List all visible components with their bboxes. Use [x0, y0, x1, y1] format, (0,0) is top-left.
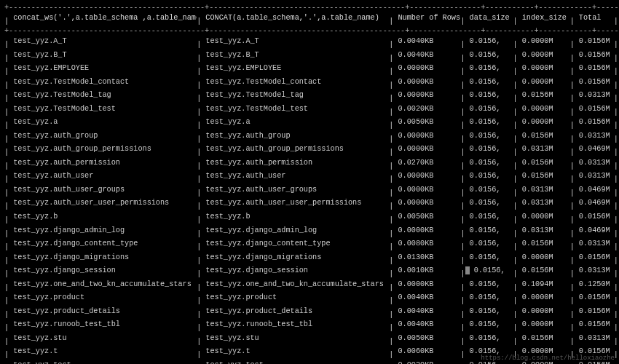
- col-rows: 0.0130KB: [393, 253, 460, 263]
- col-data-size: 0.0156,: [465, 36, 513, 47]
- col-concat-ws: test_yyz.product_details: [9, 306, 197, 317]
- col-data-size: 0.0156,: [465, 280, 513, 290]
- col-index-size: 0.1094M: [518, 280, 570, 290]
- table-row: | test_yyz.auth_group| test_yyz.auth_gro…: [4, 131, 615, 145]
- table-row: | test_yyz.b| test_yyz.b| 0.0050KB| 0.01…: [4, 212, 615, 226]
- col-data-size: 0.0156,: [465, 117, 513, 127]
- col-data-size: 0.0156,: [465, 90, 513, 100]
- column-separator: |: [614, 310, 618, 318]
- col-index-size: 0.0000M: [518, 253, 570, 263]
- col-concat-ws: concat_ws('.',a.table_schema ,a.table_na…: [9, 13, 197, 23]
- col-concat-ws: test_yyz.EMPLOYEE: [9, 63, 197, 74]
- col-data-size: 0.0156,: [465, 185, 513, 195]
- col-index-size: 0.0000M: [518, 63, 570, 74]
- column-separator: |: [614, 54, 618, 62]
- col-data-size: data_size: [465, 13, 513, 23]
- col-concat: test_yyz.B_T: [201, 50, 389, 60]
- column-separator: |: [614, 81, 618, 89]
- col-data-size: 0.0156,: [465, 226, 513, 236]
- col-concat-ws: test_yyz.TestModel_tag: [9, 90, 197, 100]
- column-separator: |: [614, 68, 618, 76]
- table-row: | test_yyz.TestModel_test| test_yyz.Test…: [4, 104, 615, 118]
- column-separator: |: [614, 229, 618, 237]
- col-concat: test_yyz.auth_permission: [201, 158, 389, 168]
- col-rows: 0.0000KB: [393, 226, 460, 236]
- col-index-size: 0.0156M: [518, 131, 570, 141]
- col-rows: 0.0020KB: [393, 360, 460, 364]
- col-concat: test_yyz.auth_group: [201, 131, 389, 141]
- table-row: | test_yyz.TestModel_contact| test_yyz.T…: [4, 77, 615, 91]
- col-concat-ws: test_yyz.django_migrations: [9, 253, 197, 263]
- col-index-size: index_size: [518, 13, 570, 23]
- col-index-size: 0.0313M: [518, 226, 570, 236]
- col-rows: 0.0000KB: [393, 131, 460, 141]
- col-index-size: 0.0000M: [518, 104, 570, 114]
- table-row: | test_yyz.auth_user_groups| test_yyz.au…: [4, 185, 615, 199]
- column-separator: |: [614, 270, 618, 278]
- table-row: | test_yyz.stu| test_yyz.stu| 0.0050KB| …: [4, 333, 615, 347]
- col-rows: 0.0000KB: [393, 144, 460, 154]
- col-index-size: 0.0156M: [518, 333, 570, 344]
- col-concat-ws: test_yyz.runoob_test_tbl: [9, 320, 197, 330]
- col-concat: test_yyz.auth_user_groups: [201, 185, 389, 195]
- col-data-size: 0.0156,: [465, 320, 513, 330]
- col-total: 0.0469M: [575, 198, 614, 208]
- col-data-size: 0.0156,: [465, 212, 513, 222]
- col-concat: test_yyz.EMPLOYEE: [201, 63, 389, 74]
- col-concat: test_yyz.django_session: [201, 266, 389, 276]
- col-total: 0.0469M: [575, 226, 614, 236]
- col-data-size: 0.0156,: [465, 333, 513, 344]
- col-concat-ws: test_yyz.test: [9, 360, 197, 364]
- col-rows: 0.0000KB: [393, 280, 460, 290]
- col-total: 0.0156M: [575, 253, 614, 263]
- column-separator: |: [614, 256, 618, 264]
- col-rows: 0.0000KB: [393, 185, 460, 195]
- col-rows: 0.0000KB: [393, 90, 460, 100]
- col-rows: 0.0040KB: [393, 50, 460, 60]
- col-index-size: 0.0313M: [518, 198, 570, 208]
- col-index-size: 0.0156M: [518, 158, 570, 168]
- column-separator: |: [614, 122, 618, 130]
- col-total: 0.0156M: [575, 306, 614, 317]
- col-data-size: 0.0156,: [465, 239, 513, 249]
- col-data-size: 0.0156,: [465, 266, 513, 276]
- table-row: | test_yyz.django_admin_log| test_yyz.dj…: [4, 226, 615, 240]
- col-index-size: 0.0313M: [518, 144, 570, 154]
- col-concat-ws: test_yyz.B_T: [9, 50, 197, 60]
- col-index-size: 0.0000M: [518, 36, 570, 47]
- col-data-size: 0.0156,: [465, 144, 513, 154]
- col-data-size: 0.0156,: [465, 293, 513, 303]
- col-concat-ws: test_yyz.django_content_type: [9, 239, 197, 249]
- col-data-size: 0.0156,: [465, 77, 513, 87]
- col-total: 0.0156M: [575, 212, 614, 222]
- col-rows: 0.0050KB: [393, 333, 460, 344]
- col-index-size: 0.0000M: [518, 77, 570, 87]
- col-concat: test_yyz.TestModel_contact: [201, 77, 389, 87]
- col-index-size: 0.0000M: [518, 293, 570, 303]
- column-separator: |: [614, 338, 618, 346]
- col-total: 0.0313M: [575, 239, 614, 249]
- col-concat: test_yyz.t: [201, 347, 389, 357]
- table-row: | test_yyz.auth_group_permissions| test_…: [4, 144, 615, 158]
- col-concat-ws: test_yyz.auth_user: [9, 171, 197, 181]
- col-total: 0.0313M: [575, 90, 614, 100]
- column-separator: |: [614, 95, 618, 103]
- col-data-size: 0.0156,: [465, 171, 513, 181]
- column-separator: |: [614, 175, 618, 183]
- column-separator: |: [614, 283, 618, 291]
- col-total: 0.0156M: [575, 36, 614, 47]
- col-data-size: 0.0156,: [465, 63, 513, 74]
- table-row: | test_yyz.B_T| test_yyz.B_T| 0.0040KB| …: [4, 50, 615, 64]
- col-data-size: 0.0156,: [465, 198, 513, 208]
- table-row: | test_yyz.A_T| test_yyz.A_T| 0.0040KB| …: [4, 36, 615, 50]
- col-index-size: 0.0156M: [518, 171, 570, 181]
- col-total: 0.0313M: [575, 266, 614, 276]
- table-row: | test_yyz.auth_permission| test_yyz.aut…: [4, 158, 615, 172]
- col-total: 0.0313M: [575, 131, 614, 141]
- col-rows: 0.0040KB: [393, 36, 460, 47]
- col-total: 0.0156M: [575, 320, 614, 330]
- col-concat: test_yyz.auth_user: [201, 171, 389, 181]
- col-concat: CONCAT(a.table_schema,'.',a.table_name): [201, 13, 389, 23]
- col-rows: 0.0000KB: [393, 171, 460, 181]
- col-rows: 0.0020KB: [393, 104, 460, 114]
